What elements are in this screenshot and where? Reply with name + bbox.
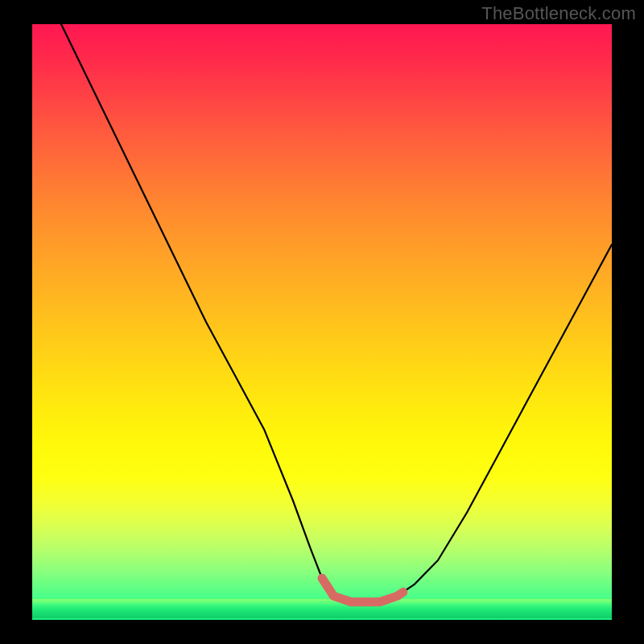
curve-layer	[32, 24, 612, 620]
bottleneck-curve	[61, 24, 612, 602]
watermark-text: TheBottleneck.com	[481, 3, 636, 24]
chart-frame: TheBottleneck.com	[0, 0, 644, 644]
plot-area	[32, 24, 612, 620]
highlight-band	[322, 578, 403, 602]
